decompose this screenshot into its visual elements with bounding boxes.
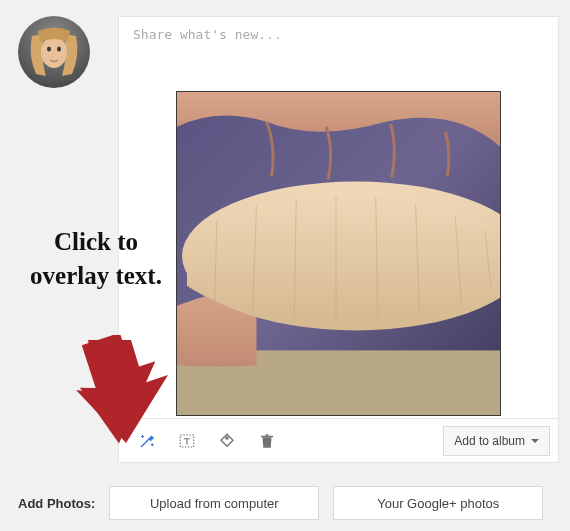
upload-from-computer-button[interactable]: Upload from computer (109, 486, 319, 520)
google-photos-button[interactable]: Your Google+ photos (333, 486, 543, 520)
tag-icon[interactable] (207, 419, 247, 463)
add-to-album-button[interactable]: Add to album (443, 426, 550, 456)
trash-icon[interactable] (247, 419, 287, 463)
add-photos-row: Add Photos: Upload from computer Your Go… (18, 486, 543, 520)
text-overlay-icon[interactable] (167, 419, 207, 463)
add-to-album-label: Add to album (454, 434, 525, 448)
photo-toolbar: Add to album (119, 418, 558, 462)
svg-point-16 (226, 436, 228, 438)
share-input[interactable] (119, 17, 558, 84)
svg-point-2 (47, 47, 51, 52)
chevron-down-icon (531, 439, 539, 443)
add-photos-label: Add Photos: (18, 496, 95, 511)
attached-photo[interactable] (176, 91, 501, 416)
svg-point-3 (57, 47, 61, 52)
auto-enhance-icon[interactable] (127, 419, 167, 463)
photo-preview (119, 88, 558, 418)
svg-point-1 (41, 36, 67, 68)
composer: Add to album (118, 16, 559, 463)
avatar[interactable] (18, 16, 90, 88)
